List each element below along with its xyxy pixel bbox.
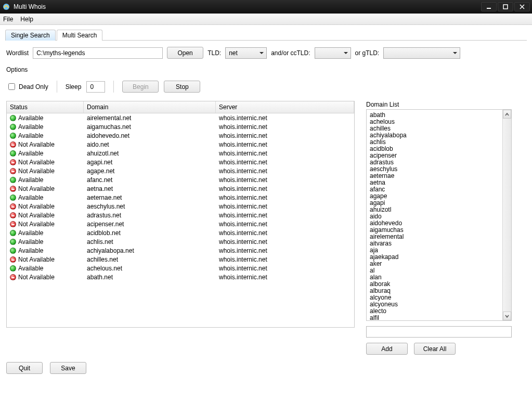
tabs: Single Search Multi Search (5, 29, 527, 41)
table-row[interactable]: Availableachlis.netwhois.internic.net (7, 237, 354, 246)
domain-cell: aidohevedo.net (84, 132, 216, 139)
table-row[interactable]: Not Availableagapi.netwhois.internic.net (7, 158, 354, 166)
status-available-icon (10, 115, 16, 121)
scroll-down-icon[interactable] (503, 312, 511, 320)
status-text: Not Available (18, 203, 55, 210)
status-text: Not Available (18, 159, 55, 166)
scrollbar[interactable] (502, 110, 511, 320)
list-item[interactable]: afanc (370, 186, 499, 193)
domain-add-input[interactable] (366, 326, 512, 338)
save-button[interactable]: Save (50, 362, 86, 374)
table-row[interactable]: Not Availableachilles.netwhois.internic.… (7, 255, 354, 264)
status-unavailable-icon (10, 186, 16, 192)
tab-single-search[interactable]: Single Search (5, 30, 56, 41)
add-button[interactable]: Add (366, 343, 408, 355)
table-row[interactable]: Not Availableaeschylus.netwhois.internic… (7, 202, 354, 211)
list-item[interactable]: aetna (370, 179, 499, 186)
domain-list: abathachelousachillesachiyalabopaachlisa… (366, 109, 512, 321)
list-item[interactable]: aker (370, 261, 499, 267)
table-row[interactable]: Availableachelous.netwhois.internic.net (7, 264, 354, 273)
list-item[interactable]: ajaekapad (370, 254, 499, 261)
server-cell: whois.internic.net (216, 256, 354, 263)
domain-cell: afanc.net (84, 176, 216, 184)
status-text: Available (18, 265, 43, 272)
status-text: Not Available (18, 141, 55, 148)
svg-rect-1 (487, 8, 491, 9)
table-row[interactable]: Not Availableaetna.netwhois.internic.net (7, 184, 354, 193)
dead-only-checkbox[interactable]: Dead Only (6, 82, 48, 92)
list-item[interactable]: aitvaras (370, 240, 499, 247)
status-text: Available (18, 247, 43, 254)
domain-cell: achilles.net (84, 256, 216, 263)
list-item[interactable]: ahuizotl (370, 206, 499, 213)
status-available-icon (10, 239, 16, 245)
table-row[interactable]: Availableahuizotl.netwhois.internic.net (7, 149, 354, 158)
server-cell: whois.internic.net (216, 274, 354, 281)
status-text: Available (18, 132, 43, 139)
status-unavailable-icon (10, 221, 16, 227)
status-text: Available (18, 176, 43, 184)
menu-file[interactable]: File (3, 16, 13, 23)
titlebar: Multi Whois (0, 0, 532, 14)
quit-button[interactable]: Quit (6, 362, 43, 374)
app-icon (2, 3, 10, 11)
wordlist-input[interactable] (33, 47, 163, 59)
domain-cell: acidblob.net (84, 229, 216, 237)
open-button[interactable]: Open (167, 47, 203, 59)
begin-button[interactable]: Begin (122, 81, 159, 93)
maximize-button[interactable] (498, 2, 513, 11)
dead-only-input[interactable] (8, 83, 15, 90)
table-row[interactable]: Not Availableabath.netwhois.internic.net (7, 273, 354, 281)
sleep-input[interactable] (86, 81, 105, 93)
list-item[interactable]: agape (370, 193, 499, 200)
domain-cell: abath.net (84, 274, 216, 281)
list-item[interactable]: al (370, 267, 499, 274)
table-row[interactable]: Availableaigamuchas.netwhois.internic.ne… (7, 122, 354, 131)
cctld-select[interactable] (315, 47, 351, 59)
status-text: Available (18, 150, 43, 157)
status-available-icon (10, 265, 16, 271)
close-button[interactable] (514, 2, 530, 11)
col-header-domain[interactable]: Domain (84, 101, 216, 113)
table-row[interactable]: Availableachiyalabopa.netwhois.internic.… (7, 246, 354, 255)
status-unavailable-icon (10, 274, 16, 280)
clear-all-button[interactable]: Clear All (414, 343, 456, 355)
server-cell: whois.internic.net (216, 221, 354, 228)
tab-multi-search[interactable]: Multi Search (57, 30, 103, 41)
table-row[interactable]: Availableaeternae.netwhois.internic.net (7, 193, 354, 202)
wordlist-label: Wordlist (6, 49, 29, 57)
menubar: File Help (0, 14, 532, 25)
server-cell: whois.internic.net (216, 185, 354, 192)
list-item[interactable]: alcyoneus (370, 301, 499, 308)
minimize-button[interactable] (481, 2, 497, 11)
domain-cell: achiyalabopa.net (84, 247, 216, 254)
server-cell: whois.internic.net (216, 194, 354, 201)
table-row[interactable]: Availableairelemental.netwhois.internic.… (7, 113, 354, 122)
col-header-status[interactable]: Status (7, 101, 84, 113)
list-item[interactable]: aeternae (370, 173, 499, 179)
table-row[interactable]: Availableacidblob.netwhois.internic.net (7, 228, 354, 237)
table-row[interactable]: Not Availableacipenser.netwhois.internic… (7, 219, 354, 228)
menu-help[interactable]: Help (20, 16, 33, 23)
list-item[interactable]: alecto (370, 308, 499, 315)
col-header-server[interactable]: Server (216, 101, 354, 113)
table-row[interactable]: Availableaidohevedo.netwhois.internic.ne… (7, 131, 354, 140)
table-row[interactable]: Not Availableaido.netwhois.internic.net (7, 140, 354, 149)
domain-cell: aetna.net (84, 185, 216, 192)
scroll-up-icon[interactable] (503, 110, 511, 119)
server-cell: whois.internic.net (216, 265, 354, 272)
domain-cell: aeternae.net (84, 194, 216, 201)
table-row[interactable]: Not Availableagape.netwhois.internic.net (7, 166, 354, 175)
tld-select[interactable]: net (225, 47, 267, 59)
table-row[interactable]: Availableafanc.netwhois.internic.net (7, 175, 354, 184)
server-cell: whois.internic.net (216, 167, 354, 175)
status-text: Not Available (18, 221, 55, 228)
server-cell: whois.internic.net (216, 176, 354, 184)
list-item[interactable]: alfil (370, 315, 499, 320)
table-row[interactable]: Not Availableadrastus.netwhois.internic.… (7, 211, 354, 219)
domain-cell: agape.net (84, 167, 216, 175)
stop-button[interactable]: Stop (164, 81, 200, 93)
list-item[interactable]: achiyalabopa (370, 132, 499, 139)
domain-cell: agapi.net (84, 159, 216, 166)
gtld-select[interactable] (383, 47, 460, 59)
